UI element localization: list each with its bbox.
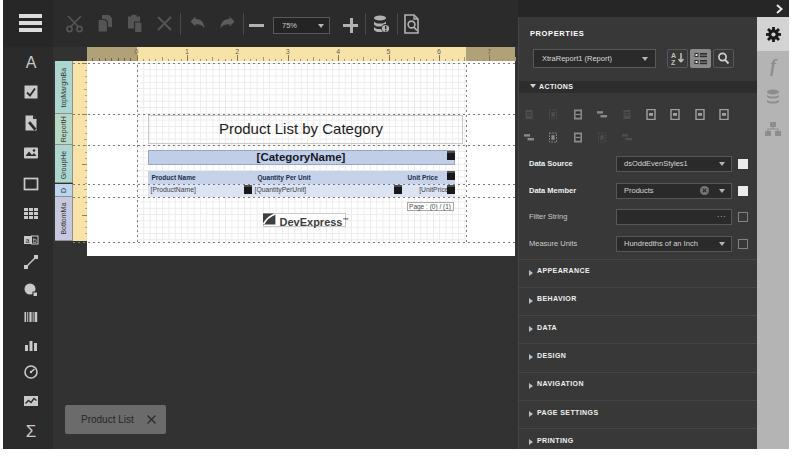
svg-text:A: A (671, 52, 676, 59)
svg-text:Z: Z (671, 59, 676, 66)
svg-text:b: b (33, 237, 37, 244)
svg-text:a: a (26, 237, 30, 244)
svg-text:Σ: Σ (26, 423, 37, 439)
svg-text:A: A (26, 54, 37, 70)
